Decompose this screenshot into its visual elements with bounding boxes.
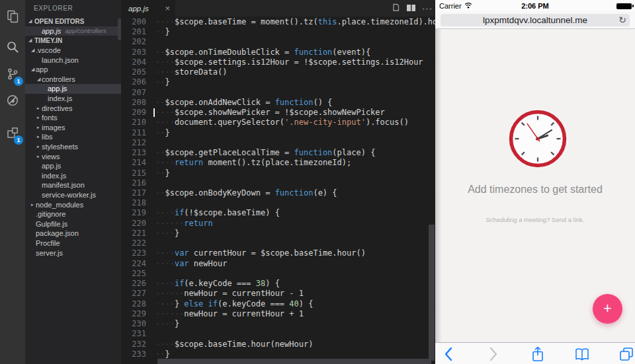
activity-explorer-icon[interactable] — [0, 7, 25, 26]
code-token: 40 — [289, 299, 298, 309]
code-line-207[interactable]: 207 — [121, 88, 435, 98]
code-line-233[interactable]: 233··} — [121, 349, 435, 359]
tree-item--vscode[interactable]: ◢.vscode — [25, 46, 121, 55]
tree-item-index-js[interactable]: index.js — [25, 171, 121, 181]
tree-item-directives[interactable]: ▸directives — [25, 103, 121, 113]
code-line-216[interactable]: 216 — [121, 178, 435, 188]
editor-vertical-scrollbar[interactable] — [429, 225, 435, 361]
section-workspace[interactable]: ◢TIMEY.IN — [25, 36, 121, 46]
open-preview-icon[interactable] — [392, 3, 400, 15]
code-line-223[interactable]: 223····var currentHour = $scope.baseTime… — [121, 248, 435, 258]
line-content: ····if(!$scope.baseTime) { — [155, 208, 280, 218]
tree-item-label: app — [36, 65, 48, 73]
code-token: } — [165, 168, 169, 178]
line-content: ····var currentHour = $scope.baseTime.ho… — [155, 248, 366, 258]
code-line-225[interactable]: 225 — [121, 269, 435, 279]
line-content: ··$scope.onAddNewClick = function() { — [155, 98, 332, 108]
code-line-200[interactable]: 200····$scope.baseTime = moment().tz(thi… — [121, 17, 435, 27]
code-line-227[interactable]: 227······newHour = currentHour - 1 — [121, 289, 435, 299]
code-line-226[interactable]: 226····if(e.keyCode === 38) { — [121, 279, 435, 289]
code-line-203[interactable]: 203··$scope.onTimeDoubleClick = function… — [121, 48, 435, 57]
code-line-220[interactable]: 220······return — [121, 219, 435, 229]
code-line-214[interactable]: 214····return moment().tz(place.timezone… — [121, 158, 435, 168]
tree-item-launch-json[interactable]: launch.json — [25, 55, 121, 65]
more-actions-icon[interactable]: ··· — [422, 5, 433, 12]
ios-status-bar: Carrier 2:06 PM — [435, 0, 635, 11]
tree-item-service-worker-js[interactable]: service-worker.js — [25, 190, 121, 200]
tree-item--gitignore[interactable]: .gitignore — [25, 209, 121, 219]
code-line-210[interactable]: 210····document.querySelector('.new-city… — [121, 118, 435, 127]
activity-debug-icon[interactable] — [0, 91, 25, 110]
tree-item-views[interactable]: ▸views — [25, 151, 121, 161]
line-number: 225 — [121, 269, 146, 279]
line-number: 232 — [121, 340, 146, 349]
line-number: 215 — [121, 168, 146, 178]
section-open-editors[interactable]: ◢OPEN EDITORS — [25, 17, 121, 26]
bookmarks-button[interactable] — [573, 345, 591, 363]
code-line-231[interactable]: 231 — [121, 329, 435, 339]
code-line-232[interactable]: 232····$scope.baseTime.hour(newHour) — [121, 340, 435, 349]
code-line-211[interactable]: 211··} — [121, 128, 435, 138]
indent-whitespace: ···· — [155, 340, 175, 349]
tree-item-procfile[interactable]: Procfile — [25, 238, 121, 248]
twistie-closed-icon: ▸ — [37, 106, 42, 111]
code-area[interactable]: 200····$scope.baseTime = moment().tz(thi… — [121, 17, 435, 359]
tree-item-fonts[interactable]: ▸fonts — [25, 113, 121, 123]
tree-item-libs[interactable]: ▸libs — [25, 132, 121, 142]
code-line-202[interactable]: 202 — [121, 37, 435, 47]
code-line-209[interactable]: 209····$scope.showNewPicker = !$scope.sh… — [121, 108, 435, 118]
forward-button[interactable] — [484, 345, 503, 363]
tree-item-controllers[interactable]: ◢controllers — [25, 75, 121, 85]
tab-appjs[interactable]: app.js × — [121, 0, 175, 17]
tree-item-package-json[interactable]: package.json — [25, 229, 121, 238]
tree-item-manifest-json[interactable]: manifest.json — [25, 180, 121, 190]
tree-item-app[interactable]: ◢app — [25, 65, 121, 75]
code-line-201[interactable]: 201··} — [121, 27, 435, 37]
open-editor-appjs[interactable]: app.jsapp/controllers — [25, 26, 121, 36]
add-timezone-fab[interactable]: + — [593, 294, 622, 324]
code-line-206[interactable]: 206··} — [121, 77, 435, 87]
code-line-228[interactable]: 228····} else if(e.keyCode === 40) { — [121, 299, 435, 309]
address-field[interactable]: lpxpmtdqvv.localtunnel.me ↻ — [441, 14, 630, 26]
tree-item-gulpfile-js[interactable]: Gulpfile.js — [25, 219, 121, 229]
twistie-closed-icon: ▸ — [37, 154, 42, 159]
code-line-204[interactable]: 204····$scope.settings.is12Hour = !$scop… — [121, 57, 435, 67]
activity-search-icon[interactable] — [0, 37, 25, 57]
tree-item-app-js[interactable]: app.js — [25, 84, 121, 94]
activity-extensions-icon[interactable]: 1 — [0, 123, 25, 143]
tabs-button[interactable] — [617, 345, 635, 363]
back-button[interactable] — [439, 345, 458, 363]
tree-item-index-js[interactable]: index.js — [25, 94, 121, 104]
code-line-224[interactable]: 224····var newHour — [121, 259, 435, 269]
editor-horizontal-scrollbar[interactable] — [157, 359, 431, 364]
code-line-212[interactable]: 212 — [121, 138, 435, 148]
tree-item-stylesheets[interactable]: ▸stylesheets — [25, 142, 121, 152]
share-button[interactable] — [529, 345, 547, 363]
code-line-218[interactable]: 218 — [121, 198, 435, 208]
tree-item-node-modules[interactable]: ▸node_modules — [25, 200, 121, 209]
tab-close-icon[interactable]: × — [165, 3, 170, 13]
code-line-230[interactable]: 230····} — [121, 319, 435, 329]
code-line-219[interactable]: 219····if(!$scope.baseTime) { — [121, 208, 435, 218]
reload-icon[interactable]: ↻ — [618, 14, 626, 26]
activity-source-control-icon[interactable]: 1 — [0, 64, 25, 84]
code-line-213[interactable]: 213··$scope.getPlaceLocalTime = function… — [121, 148, 435, 158]
section-workspace-label: TIMEY.IN — [34, 37, 62, 44]
editor-actions: ··· — [392, 0, 433, 17]
code-line-221[interactable]: 221····} — [121, 229, 435, 238]
line-number: 214 — [121, 158, 146, 168]
line-number: 213 — [121, 148, 146, 158]
code-line-222[interactable]: 222 — [121, 238, 435, 248]
tree-item-images[interactable]: ▸images — [25, 123, 121, 133]
code-line-215[interactable]: 215··} — [121, 168, 435, 178]
tree-item-server-js[interactable]: server.js — [25, 248, 121, 258]
code-line-229[interactable]: 229······newHour = currentHour + 1 — [121, 309, 435, 319]
tree-item-app-js[interactable]: app.js — [25, 161, 121, 171]
code-token: function — [294, 148, 333, 157]
split-editor-icon[interactable] — [406, 3, 416, 15]
code-token: } — [165, 349, 169, 359]
code-line-217[interactable]: 217··$scope.onBodyKeyDown = function(e) … — [121, 188, 435, 198]
editor-tab-bar: app.js × ··· — [121, 0, 435, 17]
code-line-208[interactable]: 208··$scope.onAddNewClick = function() { — [121, 98, 435, 108]
code-line-205[interactable]: 205····storeData() — [121, 67, 435, 77]
